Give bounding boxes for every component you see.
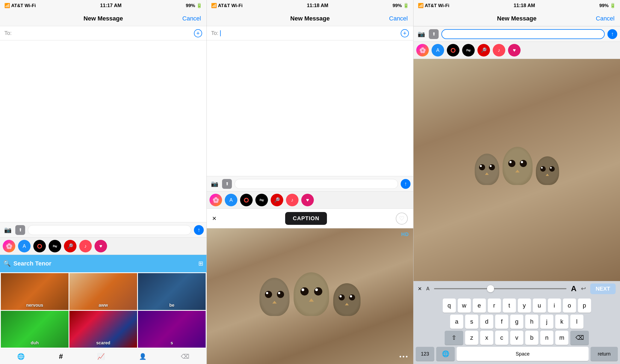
key-c[interactable]: c — [495, 331, 508, 345]
camera-icon-2[interactable]: 📷 — [209, 179, 219, 189]
text-tool-close[interactable]: × — [418, 285, 422, 293]
tab-delete[interactable]: ⌫ — [181, 353, 189, 360]
nav-bar-3: New Message Cancel — [414, 11, 620, 26]
message-input-3[interactable] — [441, 29, 605, 39]
key-h[interactable]: h — [525, 315, 538, 329]
tenor-search-bar[interactable]: 🔍 Search Tenor ⊞ — [0, 255, 206, 272]
key-q[interactable]: q — [443, 299, 456, 313]
applepay-app-icon-2[interactable]: Pay — [255, 194, 268, 206]
battery-3: 99% 🔋 — [599, 3, 616, 8]
appstore-app-icon-2[interactable]: A — [225, 194, 237, 206]
tenor-grid-icon[interactable]: ⊞ — [198, 260, 203, 267]
send-button-3[interactable]: ↑ — [607, 29, 617, 39]
key-k[interactable]: k — [555, 315, 568, 329]
add-recipient-1[interactable]: + — [194, 29, 202, 37]
shift-key[interactable]: ⇧ — [445, 331, 463, 345]
music-app-icon[interactable]: ♪ — [79, 240, 92, 252]
return-key[interactable]: return — [591, 347, 618, 361]
tab-person[interactable]: 👤 — [139, 353, 146, 360]
font-size-slider-thumb[interactable] — [487, 285, 494, 292]
key-u[interactable]: u — [533, 299, 546, 313]
appstore-app-icon-3[interactable]: A — [432, 44, 444, 56]
gif-s[interactable]: s — [138, 311, 206, 348]
photos-app-icon[interactable]: 🌸 — [3, 240, 15, 252]
key-f[interactable]: f — [495, 315, 508, 329]
gif-duh[interactable]: duh — [1, 311, 69, 348]
message-input-1[interactable] — [28, 225, 191, 235]
photos-app-icon-2[interactable]: 🌸 — [209, 194, 222, 206]
applepay-app-icon[interactable]: Pay — [49, 240, 61, 252]
search-app-icon-3[interactable]: 🔎 — [477, 44, 490, 56]
app-icon-3[interactable]: ⬆ — [429, 29, 439, 39]
gif-full-display[interactable]: HD ••• — [207, 228, 413, 364]
text-tool-a-large: A — [571, 284, 576, 293]
caption-close-button[interactable]: × — [212, 214, 216, 223]
search-app-icon-2[interactable]: 🔎 — [271, 194, 283, 206]
key-p[interactable]: p — [578, 299, 591, 313]
caption-heart-button[interactable]: ♡ — [396, 213, 408, 225]
gif-be[interactable]: be — [138, 273, 206, 310]
music-app-icon-2[interactable]: ♪ — [286, 194, 299, 206]
music-app-icon-3[interactable]: ♪ — [493, 44, 505, 56]
more-options-button[interactable]: ••• — [399, 353, 409, 360]
tab-hashtag[interactable]: # — [59, 352, 63, 361]
add-recipient-2[interactable]: + — [401, 29, 409, 37]
key-b[interactable]: b — [525, 331, 538, 345]
tab-trending[interactable]: 📈 — [97, 353, 105, 360]
globe-key[interactable]: 🌐 — [436, 347, 455, 361]
font-size-slider[interactable] — [434, 288, 566, 289]
key-a[interactable]: a — [450, 315, 463, 329]
hd-badge: HD — [401, 232, 409, 237]
cancel-button-3[interactable]: Cancel — [596, 15, 615, 22]
fitness-app-icon-2[interactable]: ⭕ — [240, 194, 253, 206]
app-icon-1[interactable]: ⬆ — [15, 225, 25, 235]
appstore-app-icon[interactable]: A — [18, 240, 31, 252]
cancel-button-2[interactable]: Cancel — [389, 15, 408, 22]
space-key[interactable]: Space — [457, 347, 589, 361]
cancel-button-1[interactable]: Cancel — [182, 15, 201, 22]
key-d[interactable]: d — [480, 315, 493, 329]
key-y[interactable]: y — [518, 299, 531, 313]
key-m[interactable]: m — [555, 331, 568, 345]
bottom-tab-bar-1: 🌐 # 📈 👤 ⌫ — [0, 349, 206, 364]
gif-nervous[interactable]: nervous — [1, 273, 69, 310]
heart-app-icon-3[interactable]: ♥ — [508, 44, 521, 56]
fitness-app-icon-3[interactable]: ⭕ — [447, 44, 459, 56]
delete-key[interactable]: ⌫ — [570, 331, 589, 345]
key-z[interactable]: z — [465, 331, 478, 345]
message-input-2[interactable] — [235, 179, 398, 189]
send-button-1[interactable]: ↑ — [194, 225, 204, 235]
camera-icon-1[interactable]: 📷 — [3, 225, 13, 235]
input-row-3: 📷 ⬆ ↑ — [414, 26, 620, 41]
key-t[interactable]: t — [503, 299, 516, 313]
key-e[interactable]: e — [473, 299, 486, 313]
fitness-app-icon[interactable]: ⭕ — [33, 240, 46, 252]
search-app-icon[interactable]: 🔎 — [64, 240, 76, 252]
key-j[interactable]: j — [540, 315, 553, 329]
key-w[interactable]: w — [458, 299, 471, 313]
app-icon-2[interactable]: ⬆ — [222, 179, 232, 189]
key-g[interactable]: g — [510, 315, 523, 329]
key-r[interactable]: r — [488, 299, 501, 313]
key-s[interactable]: s — [465, 315, 478, 329]
key-n[interactable]: n — [540, 331, 553, 345]
next-button[interactable]: NEXT — [590, 284, 616, 294]
camera-icon-3[interactable]: 📷 — [416, 29, 426, 39]
key-v[interactable]: v — [510, 331, 523, 345]
caption-button[interactable]: CAPTION — [285, 212, 327, 225]
key-x[interactable]: x — [480, 331, 493, 345]
num-key[interactable]: 123 — [416, 347, 434, 361]
gif-scared[interactable]: scared — [69, 311, 137, 348]
applepay-app-icon-3[interactable]: Pay — [462, 44, 475, 56]
photos-app-icon-3[interactable]: 🌸 — [416, 44, 429, 56]
send-button-2[interactable]: ↑ — [401, 179, 411, 189]
heart-app-icon-2[interactable]: ♥ — [301, 194, 314, 206]
carrier-2: 📶 AT&T Wi-Fi — [211, 3, 243, 8]
key-o[interactable]: o — [563, 299, 576, 313]
key-i[interactable]: i — [548, 299, 561, 313]
heart-app-icon[interactable]: ♥ — [95, 240, 107, 252]
gif-aww[interactable]: aww — [69, 273, 137, 310]
key-l[interactable]: l — [570, 315, 583, 329]
tab-globe[interactable]: 🌐 — [17, 353, 25, 360]
undo-button[interactable]: ↩ — [581, 285, 586, 292]
